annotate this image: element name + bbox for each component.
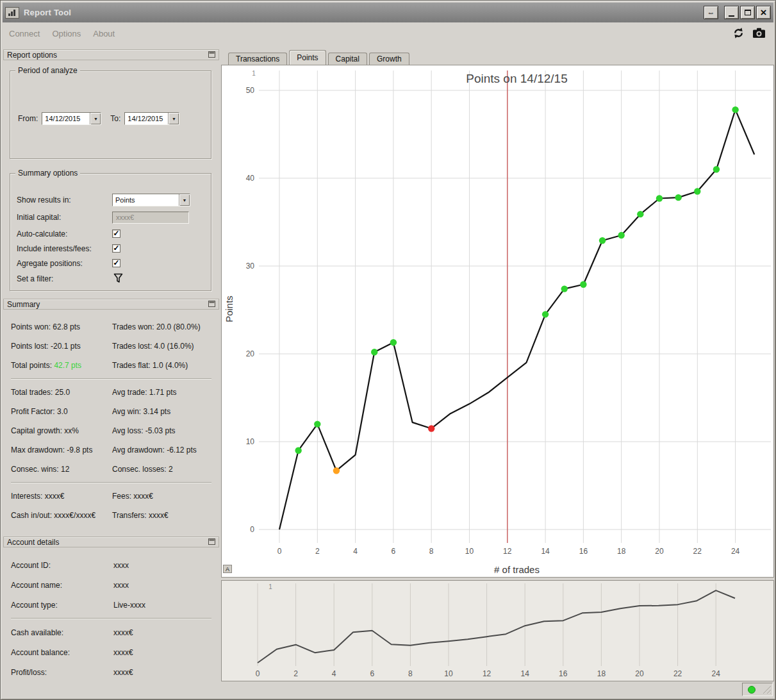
- overview-plot-svg[interactable]: 0246810121416182022241: [222, 581, 773, 681]
- maximize-button[interactable]: [740, 6, 755, 19]
- svg-text:8: 8: [408, 669, 413, 678]
- summary-row: Points won: 62.8 pts Trades won: 20.0 (8…: [11, 317, 214, 337]
- dock-button[interactable]: ⇔: [704, 6, 718, 19]
- check-icon: ✓: [113, 230, 119, 237]
- svg-text:14: 14: [521, 669, 530, 678]
- svg-text:2: 2: [315, 547, 320, 556]
- svg-text:24: 24: [731, 547, 740, 556]
- total-trades: Total trades: 25.0: [11, 388, 112, 397]
- svg-text:1: 1: [268, 583, 272, 590]
- svg-text:0: 0: [250, 525, 254, 534]
- summary-row: Profit Factor: 3.0 Avg win: 3.14 pts: [11, 402, 214, 421]
- cash-available-label: Cash available:: [11, 628, 113, 637]
- summary-row: Max drawdown: -9.8 pts Avg drawdown: -6.…: [11, 440, 214, 460]
- menu-connect[interactable]: Connect: [9, 29, 40, 38]
- filter-button[interactable]: [113, 273, 123, 285]
- points-won: Points won: 62.8 pts: [11, 322, 112, 331]
- menubar: Connect Options About: [3, 22, 773, 45]
- profit-factor: Profit Factor: 3.0: [11, 407, 112, 416]
- summary-body: Points won: 62.8 pts Trades won: 20.0 (8…: [3, 310, 219, 529]
- dropdown-arrow-icon[interactable]: ▼: [179, 194, 190, 206]
- auto-calculate-checkbox[interactable]: ✓: [112, 229, 120, 238]
- interests: Interests: xxxx€: [11, 492, 112, 501]
- account-id-value: xxxx: [113, 561, 129, 570]
- dock-icon: ⇔: [707, 8, 715, 17]
- summary-row: Total trades: 25.0 Avg trade: 1.71 pts: [11, 383, 214, 402]
- summary-row: Total points: 42.7 pts Trades flat: 1.0 …: [11, 356, 214, 375]
- dropdown-arrow-icon[interactable]: ▼: [168, 113, 179, 124]
- max-drawdown: Max drawdown: -9.8 pts: [11, 446, 112, 454]
- summary-options-legend: Summary options: [15, 169, 80, 178]
- summary-row: Points lost: -20.1 pts Trades lost: 4.0 …: [11, 337, 214, 356]
- svg-text:2: 2: [293, 669, 298, 678]
- avg-win: Avg win: 3.14 pts: [112, 407, 214, 416]
- to-date-value: 14/12/2015: [125, 113, 168, 124]
- points-plot-svg[interactable]: 02468101214161820222401020304050Points o…: [222, 65, 773, 577]
- trades-flat: Trades flat: 1.0 (4.0%): [112, 361, 214, 370]
- svg-text:22: 22: [693, 547, 702, 556]
- svg-text:Points on 14/12/15: Points on 14/12/15: [466, 72, 567, 85]
- float-panel-icon[interactable]: [208, 300, 215, 309]
- account-type-value: Live-xxxx: [113, 601, 145, 610]
- filter-funnel-icon: [113, 276, 123, 285]
- float-panel-icon[interactable]: [208, 51, 215, 60]
- camera-icon: [752, 31, 766, 40]
- titlebar: Report Tool ⇔ ×: [3, 3, 773, 22]
- account-name-label: Account name:: [11, 581, 113, 590]
- profit-loss-label: Profit/loss:: [11, 668, 113, 677]
- resize-grip[interactable]: [762, 685, 771, 694]
- menu-about[interactable]: About: [93, 29, 115, 38]
- include-interests-checkbox[interactable]: ✓: [112, 244, 120, 253]
- fees: Fees: xxxx€: [112, 492, 214, 501]
- account-row: Account balance: xxxx€: [11, 642, 214, 662]
- show-results-combo[interactable]: Points ▼: [112, 194, 190, 206]
- app-window: Report Tool ⇔ × Connect Options About: [0, 0, 776, 700]
- float-panel-icon[interactable]: [208, 538, 215, 547]
- account-row: Account ID: xxxx: [11, 555, 214, 575]
- tab-points[interactable]: Points: [289, 50, 326, 65]
- main-area: Transactions Points Capital Growth 02468…: [221, 50, 774, 682]
- report-options-header: Report options: [3, 49, 219, 60]
- dropdown-arrow-icon[interactable]: ▼: [90, 113, 101, 124]
- initial-capital-input[interactable]: [112, 212, 189, 224]
- window-title: Report Tool: [24, 8, 71, 17]
- points-chart[interactable]: 02468101214161820222401020304050Points o…: [221, 65, 774, 578]
- tab-transactions[interactable]: Transactions: [228, 53, 287, 65]
- set-filter-label: Set a filter:: [17, 274, 112, 283]
- account-details-header: Account details: [3, 537, 219, 547]
- status-green-dot: [748, 686, 755, 694]
- initial-capital-label: Initial capital:: [17, 213, 112, 222]
- tab-growth[interactable]: Growth: [369, 53, 409, 65]
- agregate-positions-checkbox[interactable]: ✓: [112, 259, 120, 267]
- consec-wins: Consec. wins: 12: [11, 465, 112, 474]
- check-icon: ✓: [113, 245, 119, 251]
- svg-text:4: 4: [332, 669, 336, 678]
- refresh-button[interactable]: [731, 26, 746, 42]
- svg-text:6: 6: [370, 669, 374, 678]
- to-date-combo[interactable]: 14/12/2015 ▼: [124, 112, 179, 125]
- tab-capital[interactable]: Capital: [328, 53, 367, 65]
- screenshot-button[interactable]: [751, 26, 767, 42]
- left-panel: Report options Period of analyze From: 1…: [3, 49, 219, 690]
- connection-status: [742, 683, 773, 696]
- from-date-combo[interactable]: 14/12/2015 ▼: [42, 112, 101, 125]
- agregate-positions-label: Agregate positions:: [17, 259, 112, 268]
- autorange-button[interactable]: A: [223, 565, 232, 573]
- account-balance-value: xxxx€: [113, 648, 133, 657]
- svg-text:20: 20: [635, 669, 644, 678]
- menu-options[interactable]: Options: [52, 29, 81, 38]
- capital-growth: Capital growth: xx%: [11, 426, 112, 435]
- overview-chart[interactable]: 0246810121416182022241: [221, 580, 774, 681]
- avg-loss: Avg loss: -5.03 pts: [112, 426, 214, 435]
- refresh-icon: [732, 31, 745, 41]
- close-button[interactable]: ×: [756, 6, 771, 19]
- check-icon: ✓: [113, 260, 119, 266]
- svg-text:50: 50: [246, 86, 255, 95]
- summary-row: Cash in/out: xxxx€/xxxx€ Transfers: xxxx…: [11, 506, 214, 525]
- svg-text:16: 16: [559, 669, 568, 678]
- tab-label: Points: [297, 53, 318, 62]
- minimize-button[interactable]: [724, 6, 739, 19]
- summary-title: Summary: [7, 300, 40, 309]
- cash-available-value: xxxx€: [113, 628, 133, 637]
- svg-text:20: 20: [246, 349, 255, 358]
